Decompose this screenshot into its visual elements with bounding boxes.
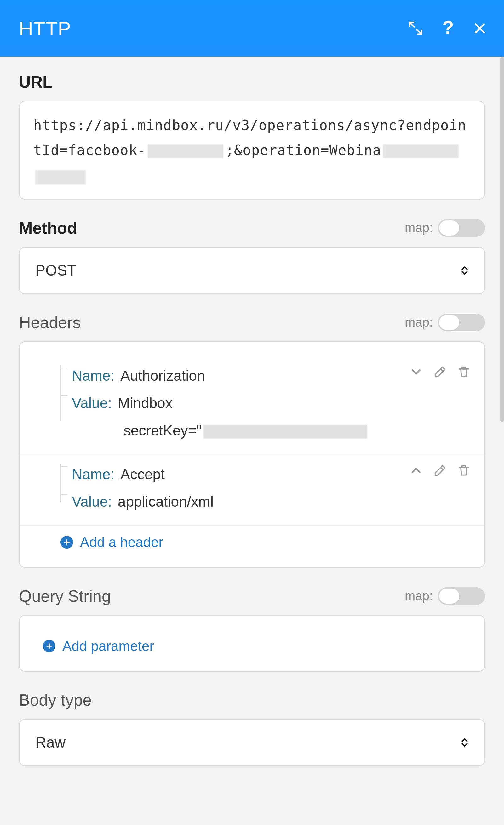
add-header-label: Add a header (80, 534, 163, 550)
modal-header-actions: ? (408, 19, 487, 38)
body-type-select-value: Raw (35, 734, 66, 751)
header-name-label: Name: (72, 466, 114, 482)
header-item: Name: Accept Value: application/xml (19, 454, 485, 526)
method-map-toggle-wrap: map: (405, 219, 485, 237)
header-name-value: Authorization (120, 368, 205, 384)
modal-header: HTTP ? (0, 0, 504, 57)
url-input[interactable]: https://api.mindbox.ru/v3/operations/asy… (19, 101, 485, 200)
chevron-down-icon[interactable] (409, 365, 423, 379)
edit-icon[interactable] (433, 365, 447, 379)
map-label: map: (405, 221, 433, 235)
query-map-toggle-wrap: map: (405, 587, 485, 605)
header-value-label: Value: (72, 494, 112, 510)
add-header-link[interactable]: Add a header (19, 526, 485, 553)
select-arrows-icon (460, 738, 469, 747)
header-value-label: Value: (72, 395, 112, 411)
url-label: URL (19, 72, 485, 91)
redacted-segment (383, 144, 459, 158)
redacted-segment (35, 170, 86, 184)
query-string-card: Add parameter (19, 615, 485, 672)
svg-text:?: ? (442, 19, 454, 38)
map-label: map: (405, 589, 433, 603)
header-item-actions (409, 461, 471, 478)
header-item: Name: Authorization Value: Mindbox secre… (19, 356, 485, 454)
header-value-value: Mindbox (118, 395, 172, 411)
redacted-segment (148, 144, 223, 158)
help-icon[interactable]: ? (440, 19, 455, 38)
query-map-toggle[interactable] (438, 587, 485, 605)
expand-icon[interactable] (408, 20, 423, 36)
close-icon[interactable] (473, 21, 487, 35)
header-name-label: Name: (72, 368, 114, 384)
trash-icon[interactable] (457, 365, 471, 379)
plus-circle-icon (61, 536, 73, 548)
plus-circle-icon (43, 640, 56, 653)
add-parameter-link[interactable]: Add parameter (19, 629, 485, 657)
add-parameter-label: Add parameter (62, 638, 154, 654)
http-module-modal: HTTP ? URL https://api (0, 0, 504, 785)
query-string-label: Query String (19, 587, 111, 606)
redacted-segment (204, 425, 367, 439)
method-map-toggle[interactable] (438, 219, 485, 237)
map-label: map: (405, 315, 433, 329)
select-arrows-icon (460, 266, 469, 275)
chevron-up-icon[interactable] (409, 463, 423, 478)
modal-body: URL https://api.mindbox.ru/v3/operations… (0, 57, 504, 785)
header-name-value: Accept (120, 466, 165, 482)
method-label: Method (19, 219, 77, 237)
edit-icon[interactable] (433, 463, 447, 478)
header-item-actions (409, 362, 471, 379)
headers-map-toggle[interactable] (438, 314, 485, 331)
body-type-select[interactable]: Raw (19, 719, 485, 766)
headers-map-toggle-wrap: map: (405, 314, 485, 331)
body-type-label: Body type (19, 690, 92, 709)
headers-label: Headers (19, 313, 81, 332)
scrollbar[interactable] (500, 57, 504, 422)
header-value-value: application/xml (118, 494, 214, 510)
trash-icon[interactable] (457, 463, 471, 478)
method-select[interactable]: POST (19, 247, 485, 294)
headers-card: Name: Authorization Value: Mindbox secre… (19, 341, 485, 568)
header-value-cont: secretKey=" (124, 422, 202, 439)
url-value: https://api.mindbox.ru/v3/operations/asy… (33, 113, 471, 188)
method-select-value: POST (35, 262, 77, 279)
modal-title: HTTP (19, 17, 71, 40)
